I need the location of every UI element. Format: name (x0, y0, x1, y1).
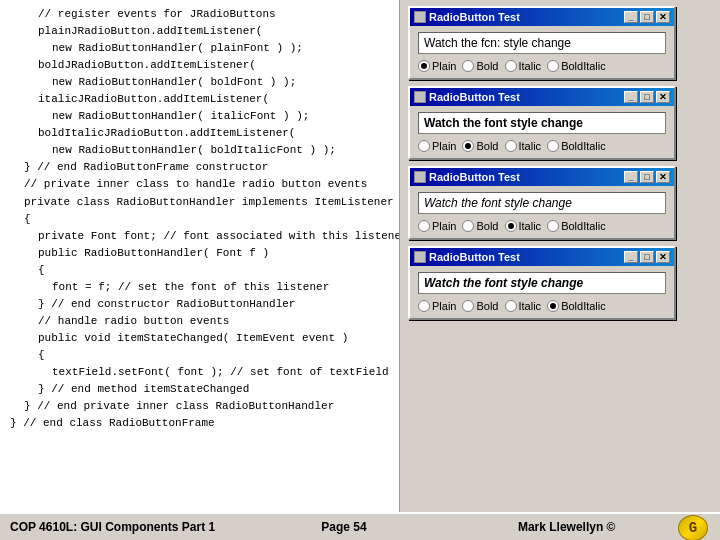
radio-plain[interactable]: Plain (418, 220, 456, 232)
code-line: italicJRadioButton.addItemListener( (10, 91, 389, 108)
window-body: Watch the font style changePlainBoldItal… (410, 106, 674, 158)
code-line: } // end private inner class RadioButton… (10, 398, 389, 415)
radio-italic[interactable]: Italic (505, 220, 542, 232)
minimize-button[interactable]: _ (624, 11, 638, 23)
radio-label-bolditalic: BoldItalic (561, 220, 606, 232)
code-line: plainJRadioButton.addItemListener( (10, 23, 389, 40)
radio-bolditalic[interactable]: BoldItalic (547, 220, 606, 232)
radio-circle-italic (505, 140, 517, 152)
radio-label-bold: Bold (476, 140, 498, 152)
radio-italic[interactable]: Italic (505, 300, 542, 312)
radio-label-bolditalic: BoldItalic (561, 60, 606, 72)
text-field[interactable]: Watch the font style change (418, 192, 666, 214)
code-line: boldJRadioButton.addItemListener( (10, 57, 389, 74)
footer-center: Page 54 (233, 515, 456, 539)
code-line: new RadioButtonHandler( boldItalicFont )… (10, 142, 389, 159)
radio-circle-bolditalic (547, 60, 559, 72)
radio-label-bold: Bold (476, 220, 498, 232)
window-title: RadioButton Test (429, 171, 520, 183)
radio-plain[interactable]: Plain (418, 140, 456, 152)
radio-label-italic: Italic (519, 140, 542, 152)
maximize-button[interactable]: □ (640, 251, 654, 263)
code-line: } // end constructor RadioButtonHandler (10, 296, 389, 313)
radio-italic[interactable]: Italic (505, 140, 542, 152)
code-line: } // end method itemStateChanged (10, 381, 389, 398)
footer-logo: G (678, 515, 710, 539)
radio-circle-plain (418, 140, 430, 152)
titlebar: RadioButton Test_□✕ (410, 88, 674, 106)
code-line: textField.setFont( font ); // set font o… (10, 364, 389, 381)
code-line: { (10, 347, 389, 364)
close-button[interactable]: ✕ (656, 11, 670, 23)
radio-circle-italic (505, 220, 517, 232)
code-line: public void itemStateChanged( ItemEvent … (10, 330, 389, 347)
code-line: } // end RadioButtonFrame constructor (10, 159, 389, 176)
radio-bold[interactable]: Bold (462, 140, 498, 152)
close-button[interactable]: ✕ (656, 91, 670, 103)
minimize-button[interactable]: _ (624, 91, 638, 103)
radio-group: PlainBoldItalicBoldItalic (418, 140, 666, 152)
code-line: new RadioButtonHandler( italicFont ) ); (10, 108, 389, 125)
minimize-button[interactable]: _ (624, 251, 638, 263)
close-button[interactable]: ✕ (656, 251, 670, 263)
window-title: RadioButton Test (429, 11, 520, 23)
close-button[interactable]: ✕ (656, 171, 670, 183)
titlebar: RadioButton Test_□✕ (410, 168, 674, 186)
radio-circle-bold (462, 300, 474, 312)
code-line: private class RadioButtonHandler impleme… (10, 194, 389, 211)
window-body: Watch the font style changePlainBoldItal… (410, 266, 674, 318)
radio-italic[interactable]: Italic (505, 60, 542, 72)
radio-circle-bold (462, 140, 474, 152)
titlebar: RadioButton Test_□✕ (410, 248, 674, 266)
radio-label-plain: Plain (432, 300, 456, 312)
radio-plain[interactable]: Plain (418, 300, 456, 312)
radio-circle-bolditalic (547, 140, 559, 152)
minimize-button[interactable]: _ (624, 171, 638, 183)
code-line: // private inner class to handle radio b… (10, 176, 389, 193)
footer: COP 4610L: GUI Components Part 1 Page 54… (0, 512, 720, 540)
maximize-button[interactable]: □ (640, 171, 654, 183)
radio-label-plain: Plain (432, 60, 456, 72)
radio-bold[interactable]: Bold (462, 300, 498, 312)
radio-bolditalic[interactable]: BoldItalic (547, 60, 606, 72)
radio-bolditalic[interactable]: BoldItalic (547, 300, 606, 312)
radio-label-plain: Plain (432, 220, 456, 232)
radio-group: PlainBoldItalicBoldItalic (418, 60, 666, 72)
window-icon (414, 171, 426, 183)
radio-label-italic: Italic (519, 220, 542, 232)
radio-circle-italic (505, 60, 517, 72)
footer-right: Mark Llewellyn © (455, 515, 678, 539)
window-icon (414, 251, 426, 263)
radio-bold[interactable]: Bold (462, 60, 498, 72)
code-line: public RadioButtonHandler( Font f ) (10, 245, 389, 262)
logo-icon: G (678, 515, 708, 540)
maximize-button[interactable]: □ (640, 91, 654, 103)
code-line: private Font font; // font associated wi… (10, 228, 389, 245)
code-panel: // register events for JRadioButtonsplai… (0, 0, 400, 512)
code-line: boldItalicJRadioButton.addItemListener( (10, 125, 389, 142)
titlebar: RadioButton Test_□✕ (410, 8, 674, 26)
window-1: RadioButton Test_□✕Watch the fcn: style … (408, 6, 676, 80)
radio-circle-bolditalic (547, 220, 559, 232)
radio-label-italic: Italic (519, 300, 542, 312)
text-field[interactable]: Watch the fcn: style change (418, 32, 666, 54)
window-body: Watch the font style changePlainBoldItal… (410, 186, 674, 238)
radio-bold[interactable]: Bold (462, 220, 498, 232)
footer-left: COP 4610L: GUI Components Part 1 (10, 515, 233, 539)
text-field[interactable]: Watch the font style change (418, 112, 666, 134)
radio-group: PlainBoldItalicBoldItalic (418, 300, 666, 312)
window-4: RadioButton Test_□✕Watch the font style … (408, 246, 676, 320)
code-line: } // end class RadioButtonFrame (10, 415, 389, 432)
radio-circle-plain (418, 220, 430, 232)
radio-label-bolditalic: BoldItalic (561, 300, 606, 312)
radio-plain[interactable]: Plain (418, 60, 456, 72)
code-line: { (10, 211, 389, 228)
window-3: RadioButton Test_□✕Watch the font style … (408, 166, 676, 240)
radio-bolditalic[interactable]: BoldItalic (547, 140, 606, 152)
maximize-button[interactable]: □ (640, 11, 654, 23)
text-field[interactable]: Watch the font style change (418, 272, 666, 294)
radio-circle-bold (462, 220, 474, 232)
code-line: new RadioButtonHandler( plainFont ) ); (10, 40, 389, 57)
radio-circle-plain (418, 60, 430, 72)
code-line: font = f; // set the font of this listen… (10, 279, 389, 296)
